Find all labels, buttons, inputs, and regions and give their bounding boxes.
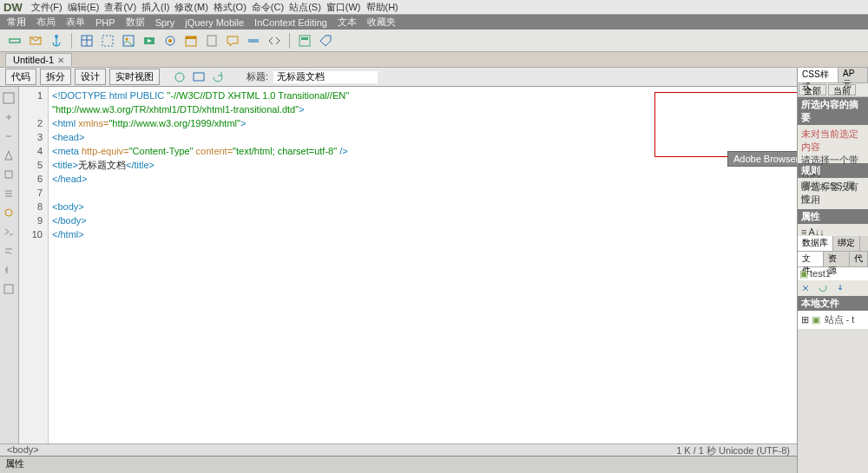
- line-numbers-icon[interactable]: [3, 187, 16, 201]
- all-button[interactable]: 全部: [799, 84, 826, 95]
- media-icon[interactable]: [141, 33, 157, 49]
- menu-edit[interactable]: 编辑(E): [68, 1, 100, 14]
- menu-view[interactable]: 查看(V): [104, 1, 136, 14]
- menu-command[interactable]: 命令(C): [252, 1, 284, 14]
- expand-icon[interactable]: [3, 130, 16, 144]
- svg-point-9: [168, 39, 172, 43]
- files-tab[interactable]: 文件: [798, 252, 824, 266]
- tab-jqm[interactable]: jQuery Mobile: [185, 17, 244, 28]
- balance-icon[interactable]: [3, 168, 16, 182]
- div-icon[interactable]: [100, 33, 115, 49]
- tab-spry[interactable]: Spry: [155, 17, 175, 28]
- css-tab[interactable]: CSS样式: [798, 68, 838, 82]
- select-parent-icon[interactable]: [3, 149, 16, 163]
- line-num: 6: [19, 172, 43, 186]
- status-bar: <body> 1 K / 1 秒 Unicode (UTF-8): [0, 443, 797, 456]
- tab-ice[interactable]: InContext Editing: [254, 17, 327, 28]
- live-view-button[interactable]: 实时视图: [109, 69, 160, 85]
- server-icon[interactable]: [204, 33, 220, 49]
- connect-icon[interactable]: [799, 282, 812, 294]
- document-tab[interactable]: Untitled-1 ✕: [5, 53, 72, 66]
- current-button[interactable]: 当前: [828, 84, 856, 95]
- rules-text: 所选标签没有应用: [801, 181, 865, 207]
- summary-text: 未对当前选定内容: [801, 128, 865, 154]
- site-name[interactable]: test1: [810, 268, 831, 279]
- image-icon[interactable]: [121, 33, 136, 49]
- sort-icon[interactable]: A↓↓: [808, 227, 824, 233]
- tab-layout[interactable]: 布局: [36, 16, 56, 29]
- svg-rect-18: [3, 93, 14, 103]
- design-view-button[interactable]: 设计: [75, 69, 106, 85]
- title-input[interactable]: [273, 71, 378, 83]
- main-area: 1 2 3 4 5 6 7 8 9 10 <!DOCTYPE html PUBL…: [0, 87, 868, 447]
- menu-file[interactable]: 文件(F): [31, 1, 62, 14]
- inspect-icon[interactable]: [172, 69, 187, 85]
- document-tab-name: Untitled-1: [13, 55, 54, 65]
- bind-tab[interactable]: 绑定: [833, 236, 860, 251]
- script-icon[interactable]: [266, 33, 282, 49]
- tab-common[interactable]: 常用: [7, 16, 26, 29]
- line-num: 10: [19, 227, 43, 241]
- svg-rect-17: [194, 73, 204, 81]
- refresh-icon[interactable]: [817, 282, 829, 294]
- anchor-icon[interactable]: [49, 33, 64, 49]
- indent-icon[interactable]: [3, 264, 16, 278]
- tab-data[interactable]: 数据: [126, 16, 145, 29]
- table-icon[interactable]: [79, 33, 95, 49]
- snippets-tab[interactable]: 代: [850, 252, 868, 266]
- ap-tab[interactable]: AP 元: [838, 68, 868, 82]
- properties-panel[interactable]: 属性: [0, 456, 797, 473]
- tag-icon[interactable]: [318, 33, 333, 49]
- line-num: 3: [19, 130, 43, 144]
- split-view-button[interactable]: 拆分: [40, 69, 71, 85]
- menu-format[interactable]: 格式(O): [214, 1, 247, 14]
- collapse-icon[interactable]: [3, 111, 16, 125]
- assets-tab[interactable]: 资源: [824, 252, 850, 266]
- insert-toolbar: [0, 30, 868, 52]
- divider: [71, 33, 72, 49]
- svg-rect-20: [4, 285, 13, 293]
- props-head: 属性: [798, 209, 868, 224]
- db-tab[interactable]: 数据库: [798, 236, 833, 251]
- tag-selector[interactable]: <body>: [7, 444, 39, 456]
- wrap-icon[interactable]: [3, 245, 16, 259]
- menu-help[interactable]: 帮助(H): [366, 1, 398, 14]
- menu-site[interactable]: 站点(S): [289, 1, 321, 14]
- link-icon[interactable]: [7, 33, 23, 49]
- right-panels: CSS样式 AP 元 全部 当前 所选内容的摘要 未对当前选定内容 请选择一个带…: [797, 68, 868, 473]
- comment-icon[interactable]: [225, 33, 240, 49]
- site-row[interactable]: 站点 - t: [825, 314, 855, 325]
- multiscreen-icon[interactable]: [191, 69, 207, 85]
- line-num: 8: [19, 200, 43, 214]
- code-view-button[interactable]: 代码: [5, 69, 36, 85]
- tab-php[interactable]: PHP: [95, 17, 115, 28]
- email-icon[interactable]: [28, 33, 43, 49]
- refresh-icon[interactable]: [210, 69, 226, 85]
- tab-forms[interactable]: 表单: [66, 16, 85, 29]
- svg-rect-11: [186, 36, 196, 39]
- svg-point-19: [5, 209, 12, 216]
- date-icon[interactable]: [183, 33, 199, 49]
- format-icon[interactable]: [3, 283, 16, 297]
- svg-rect-13: [248, 39, 259, 43]
- menu-insert[interactable]: 插入(I): [141, 1, 169, 14]
- widget-icon[interactable]: [162, 33, 178, 49]
- close-icon[interactable]: ✕: [57, 56, 64, 65]
- code-rail: [0, 87, 19, 447]
- tree-expand-icon[interactable]: ⊞: [801, 314, 809, 325]
- add-prop-icon[interactable]: ≡: [801, 227, 806, 233]
- highlight-icon[interactable]: [3, 207, 16, 220]
- tab-fav[interactable]: 收藏夹: [367, 16, 396, 29]
- document-tab-row: Untitled-1 ✕: [0, 52, 868, 68]
- code-editor[interactable]: <!DOCTYPE html PUBLIC "-//W3C//DTD XHTML…: [49, 87, 868, 447]
- head-icon[interactable]: [246, 33, 261, 49]
- menu-modify[interactable]: 修改(M): [174, 1, 208, 14]
- syntax-icon[interactable]: [3, 226, 16, 240]
- menu-window[interactable]: 窗口(W): [326, 1, 361, 14]
- open-docs-icon[interactable]: [3, 92, 16, 106]
- templates-icon[interactable]: [297, 33, 312, 49]
- tab-text[interactable]: 文本: [338, 16, 357, 29]
- get-icon[interactable]: [834, 282, 846, 294]
- document-toolbar: 代码 拆分 设计 实时视图 标题:: [0, 68, 868, 87]
- title-label: 标题:: [247, 70, 268, 83]
